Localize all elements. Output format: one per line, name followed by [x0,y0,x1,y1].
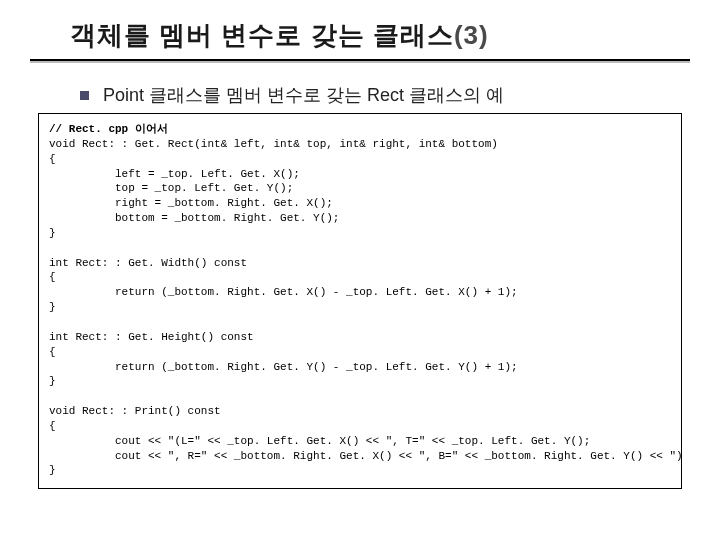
title-rule [30,59,690,61]
code-line: int Rect: : Get. Width() const [49,257,247,269]
code-line: { [49,420,56,432]
code-line: } [49,227,56,239]
title-wrap: 객체를 멤버 변수로 갖는 클래스(3) [30,18,690,57]
bullet-icon [80,91,89,100]
code-line: left = _top. Left. Get. X(); [49,168,300,180]
code-line: // Rect. cpp 이어서 [49,123,168,135]
code-line: cout << "(L=" << _top. Left. Get. X() <<… [49,435,590,447]
title-suffix: (3) [454,20,489,50]
code-line: bottom = _bottom. Right. Get. Y(); [49,212,339,224]
code-line: return (_bottom. Right. Get. Y() - _top.… [49,361,518,373]
code-line: return (_bottom. Right. Get. X() - _top.… [49,286,518,298]
code-box: // Rect. cpp 이어서 void Rect: : Get. Rect(… [38,113,682,489]
page-title: 객체를 멤버 변수로 갖는 클래스(3) [70,18,690,53]
code-line: int Rect: : Get. Height() const [49,331,254,343]
subtitle-text: Point 클래스를 멤버 변수로 갖는 Rect 클래스의 예 [103,83,504,107]
code-line: void Rect: : Get. Rect(int& left, int& t… [49,138,498,150]
subtitle-row: Point 클래스를 멤버 변수로 갖는 Rect 클래스의 예 [80,83,690,107]
code-line: void Rect: : Print() const [49,405,221,417]
slide: 객체를 멤버 변수로 갖는 클래스(3) Point 클래스를 멤버 변수로 갖… [0,0,720,540]
code-line: } [49,375,56,387]
title-main: 객체를 멤버 변수로 갖는 클래스 [70,20,454,50]
code-line: { [49,271,56,283]
code-line: right = _bottom. Right. Get. X(); [49,197,333,209]
code-line: top = _top. Left. Get. Y(); [49,182,293,194]
code-line: cout << ", R=" << _bottom. Right. Get. X… [49,450,682,462]
code-line: } [49,464,56,476]
code-line: } [49,301,56,313]
code-line: { [49,153,56,165]
code-line: { [49,346,56,358]
